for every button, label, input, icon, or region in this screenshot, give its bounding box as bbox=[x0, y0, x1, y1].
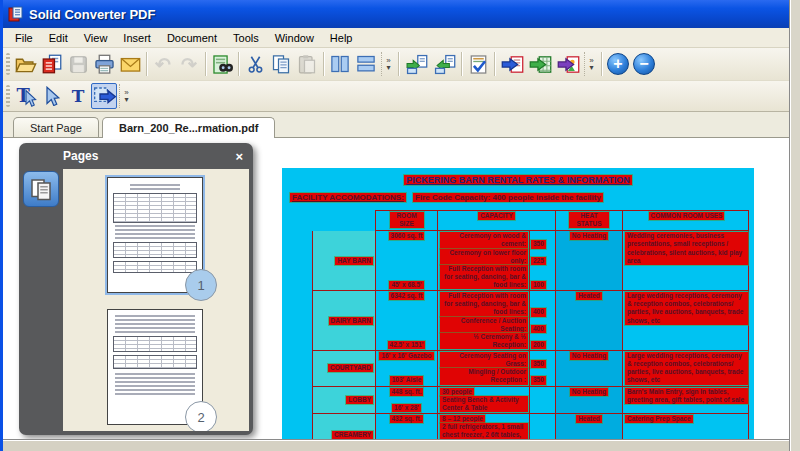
zoom-in-icon: + bbox=[607, 53, 629, 75]
continuous-view-button[interactable] bbox=[353, 51, 379, 77]
copy-icon bbox=[271, 54, 291, 74]
text-tool-button[interactable]: T bbox=[65, 83, 91, 109]
pages-panel: Pages × bbox=[19, 143, 253, 435]
redo-button[interactable]: ↷ bbox=[176, 51, 202, 77]
two-page-view-icon bbox=[330, 54, 350, 74]
toolbar-separator bbox=[205, 52, 206, 76]
document-tabbar: Start Page Barn_200_Re...rmation.pdf bbox=[3, 112, 789, 138]
undo-button[interactable]: ↶ bbox=[150, 51, 176, 77]
table-row: CREAMERY 432 sq. ft.16' x 27' 8 – 12 peo… bbox=[313, 414, 748, 439]
select-text-cursor-icon: T bbox=[15, 85, 37, 107]
pages-panel-header[interactable]: Pages × bbox=[19, 143, 253, 169]
toolbar-separator bbox=[494, 52, 495, 76]
menu-item-edit[interactable]: Edit bbox=[41, 29, 76, 47]
redo-icon: ↷ bbox=[181, 55, 197, 74]
menu-item-view[interactable]: View bbox=[76, 29, 116, 47]
convert-pdf-button[interactable] bbox=[39, 51, 65, 77]
toolbar-grip[interactable] bbox=[6, 53, 10, 75]
menu-item-help[interactable]: Help bbox=[322, 29, 361, 47]
header-capacity: CAPACITY bbox=[438, 211, 556, 230]
menubar: File Edit View Insert Document Tools Win… bbox=[3, 28, 789, 48]
find-button[interactable] bbox=[209, 51, 235, 77]
convert-to-excel-button[interactable] bbox=[526, 51, 554, 77]
convert-to-word-button[interactable] bbox=[498, 51, 526, 77]
zoom-in-button[interactable]: + bbox=[605, 51, 631, 77]
validate-checkmark-icon bbox=[468, 54, 489, 75]
select-tool-button[interactable] bbox=[39, 83, 65, 109]
email-envelope-icon bbox=[120, 56, 141, 73]
insert-pages-button[interactable] bbox=[402, 51, 430, 77]
pages-view-button[interactable] bbox=[23, 171, 59, 207]
menu-item-file[interactable]: File bbox=[7, 29, 41, 47]
zoom-out-button[interactable]: − bbox=[631, 51, 657, 77]
close-icon[interactable]: × bbox=[235, 149, 243, 164]
toolbar-overflow-button[interactable]: » ▾ bbox=[119, 84, 133, 108]
cut-button[interactable] bbox=[242, 51, 268, 77]
window-resize-bar[interactable] bbox=[3, 439, 789, 451]
pages-panel-strip bbox=[19, 169, 63, 431]
tab-start-page[interactable]: Start Page bbox=[13, 117, 99, 137]
print-button[interactable] bbox=[91, 51, 117, 77]
table-row: COURTYARD 16' x 16' Gazebo103' Aisle Cer… bbox=[313, 351, 748, 387]
select-text-tool-button[interactable]: T bbox=[13, 83, 39, 109]
toolbar-overflow-button[interactable]: » ▾ bbox=[381, 52, 395, 76]
toolbar-separator bbox=[601, 52, 602, 76]
toolbar-overflow-button[interactable]: » ▾ bbox=[584, 52, 598, 76]
pdf-page: PICKERING BARN RENTAL RATES & INFORMATIO… bbox=[282, 168, 754, 439]
two-page-view-button[interactable] bbox=[327, 51, 353, 77]
page-number-badge-2: 2 bbox=[185, 401, 217, 431]
app-window: Solid Converter PDF File Edit View Inser… bbox=[0, 0, 789, 451]
save-button[interactable] bbox=[65, 51, 91, 77]
toolbar-separator bbox=[398, 52, 399, 76]
save-floppy-icon bbox=[69, 55, 88, 74]
extract-pages-button[interactable] bbox=[430, 51, 458, 77]
thumbnail-area[interactable]: 1 2 bbox=[63, 169, 249, 431]
text-tool-icon: T bbox=[72, 86, 85, 106]
pdf-title: PICKERING BARN RENTAL RATES & INFORMATIO… bbox=[282, 175, 754, 185]
undo-icon: ↶ bbox=[155, 55, 171, 74]
titlebar: Solid Converter PDF bbox=[3, 0, 789, 28]
table-header-row: ROOM SIZE CAPACITY HEAT STATUS COMMON RO… bbox=[375, 210, 749, 231]
open-folder-icon bbox=[15, 55, 37, 73]
tools-toolbar: T T » ▾ bbox=[3, 81, 789, 112]
screen: Solid Converter PDF File Edit View Inser… bbox=[0, 0, 800, 451]
header-heat-status: HEAT STATUS bbox=[556, 211, 623, 230]
menu-item-insert[interactable]: Insert bbox=[115, 29, 159, 47]
continuous-view-icon bbox=[356, 54, 376, 74]
zoom-out-icon: − bbox=[633, 53, 655, 75]
tab-document[interactable]: Barn_200_Re...rmation.pdf bbox=[102, 117, 275, 138]
convert-selection-icon bbox=[92, 85, 116, 107]
copy-button[interactable] bbox=[268, 51, 294, 77]
convert-to-image-button[interactable] bbox=[554, 51, 582, 77]
menu-item-tools[interactable]: Tools bbox=[225, 29, 267, 47]
validate-button[interactable] bbox=[465, 51, 491, 77]
convert-to-word-icon bbox=[501, 54, 524, 75]
pages-icon bbox=[29, 177, 53, 201]
table-row: HAY BARN 3060 sq. ft45' x 68.5' Ceremony… bbox=[313, 231, 748, 291]
convert-to-image-icon bbox=[557, 54, 580, 75]
pages-panel-body: 1 2 bbox=[19, 169, 249, 431]
printer-icon bbox=[94, 54, 115, 75]
paste-clipboard-icon bbox=[297, 54, 317, 74]
convert-selection-tool-button[interactable] bbox=[91, 83, 117, 109]
cut-scissors-icon bbox=[246, 55, 265, 74]
overflow-caret-icon: ▾ bbox=[386, 64, 390, 71]
menu-item-window[interactable]: Window bbox=[267, 29, 322, 47]
open-button[interactable] bbox=[13, 51, 39, 77]
table-row: DAIRY BARN 6342 sq. ft42.5' x 151' Full … bbox=[313, 291, 748, 351]
header-room-size: ROOM SIZE bbox=[376, 211, 438, 230]
find-binoculars-icon bbox=[212, 54, 233, 75]
toolbar-separator bbox=[461, 52, 462, 76]
overflow-caret-icon: ▾ bbox=[124, 96, 128, 103]
menu-item-document[interactable]: Document bbox=[159, 29, 225, 47]
toolbar-grip[interactable] bbox=[6, 85, 10, 107]
document-view: PICKERING BARN RENTAL RATES & INFORMATIO… bbox=[3, 138, 789, 439]
main-toolbar: ↶ ↷ bbox=[3, 48, 789, 81]
paste-button[interactable] bbox=[294, 51, 320, 77]
header-common-room-uses: COMMON ROOM USES bbox=[623, 211, 750, 230]
email-button[interactable] bbox=[117, 51, 143, 77]
insert-pages-icon bbox=[405, 54, 428, 75]
extract-pages-icon bbox=[433, 54, 456, 75]
pdf-subtitle: FACILITY ACCOMODATIONS: Fire Code Capaci… bbox=[290, 193, 754, 202]
arrow-cursor-icon bbox=[42, 86, 62, 106]
